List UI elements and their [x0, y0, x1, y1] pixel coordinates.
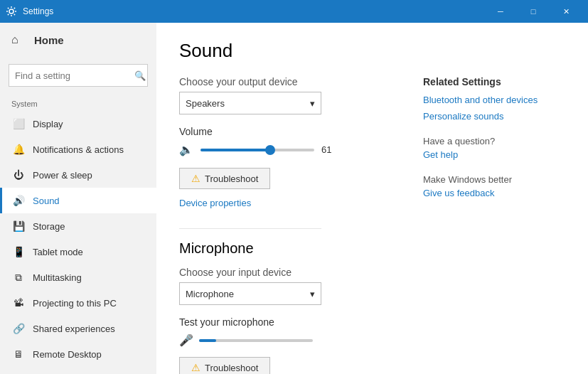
sidebar-item-home[interactable]: ⌂ Home [0, 23, 156, 57]
output-device-dropdown[interactable]: Speakers ▾ [179, 92, 321, 114]
mic-troubleshoot-warn-icon: ⚠ [191, 362, 201, 373]
sidebar-item-remote[interactable]: 🖥 Remote Desktop [0, 341, 156, 367]
titlebar-controls: ─ □ ✕ [484, 0, 582, 23]
microphone-icon: 🎤 [179, 333, 193, 347]
sidebar-item-power[interactable]: ⏻ Power & sleep [0, 162, 156, 188]
svg-point-0 [9, 9, 14, 14]
output-dropdown-arrow: ▾ [310, 98, 315, 109]
shared-icon: 🔗 [11, 323, 26, 334]
titlebar: Settings ─ □ ✕ [0, 0, 588, 23]
sidebar-item-tablet[interactable]: 📱 Tablet mode [0, 239, 156, 265]
sidebar-item-tablet-label: Tablet mode [33, 247, 83, 257]
volume-row: 🔈 61 [179, 143, 409, 156]
storage-icon: 💾 [11, 220, 26, 232]
test-mic-row: 🎤 [179, 333, 409, 347]
mic-troubleshoot-label: Troubleshoot [205, 363, 258, 373]
sidebar-item-sound[interactable]: 🔊 Sound [0, 188, 156, 213]
projecting-icon: 📽 [11, 297, 26, 309]
close-button[interactable]: ✕ [550, 0, 582, 23]
sidebar-item-projecting-label: Projecting to this PC [33, 298, 117, 309]
input-device-value: Microphone [186, 289, 234, 299]
input-section-label: Choose your input device [179, 267, 409, 278]
input-device-dropdown[interactable]: Microphone ▾ [179, 282, 321, 305]
mic-level-fill [199, 339, 216, 342]
sidebar-item-display[interactable]: ⬜ Display [0, 111, 156, 137]
output-section-label: Choose your output device [179, 76, 409, 87]
sidebar-item-projecting[interactable]: 📽 Projecting to this PC [0, 290, 156, 316]
sidebar-item-notifications-label: Notifications & actions [33, 144, 124, 155]
sidebar-item-shared[interactable]: 🔗 Shared experiences [0, 316, 156, 341]
give-feedback-link[interactable]: Give us feedback [423, 188, 565, 198]
maximize-button[interactable]: □ [517, 0, 550, 23]
power-icon: ⏻ [11, 169, 26, 181]
volume-slider[interactable] [201, 149, 314, 151]
output-device-value: Speakers [186, 98, 225, 109]
titlebar-title: Settings [23, 6, 484, 16]
mic-level-track [199, 339, 313, 342]
output-troubleshoot-label: Troubleshoot [205, 173, 258, 184]
sidebar-item-shared-label: Shared experiences [33, 324, 115, 334]
app-body: ⌂ Home 🔍 System ⬜ Display 🔔 Notification… [0, 23, 588, 374]
sidebar-item-display-label: Display [33, 119, 63, 129]
sound-icon: 🔊 [11, 195, 26, 206]
sidebar-item-multitasking-label: Multitasking [33, 272, 82, 283]
home-icon: ⌂ [11, 33, 27, 46]
search-box[interactable]: 🔍 [9, 64, 148, 87]
settings-app-icon [6, 6, 17, 17]
page-title: Sound [179, 40, 565, 62]
multitasking-icon: ⧉ [11, 272, 26, 284]
volume-value: 61 [321, 144, 331, 155]
sidebar-item-power-label: Power & sleep [33, 170, 92, 181]
display-icon: ⬜ [11, 118, 26, 129]
volume-label: Volume [179, 126, 409, 137]
test-mic-label: Test your microphone [179, 316, 409, 328]
sidebar-item-storage-label: Storage [33, 221, 65, 232]
output-device-properties-link[interactable]: Device properties [179, 198, 251, 208]
volume-fill [201, 149, 270, 151]
sidebar-item-about[interactable]: ℹ About [0, 367, 156, 374]
volume-section: Volume 🔈 61 [179, 126, 409, 156]
home-label: Home [34, 34, 64, 46]
notifications-icon: 🔔 [11, 144, 26, 155]
search-wrap: 🔍 [0, 57, 156, 94]
sidebar-item-sound-label: Sound [33, 196, 60, 206]
right-column: Related Settings Bluetooth and other dev… [409, 76, 565, 374]
sidebar-item-storage[interactable]: 💾 Storage [0, 213, 156, 239]
output-troubleshoot-button[interactable]: ⚠ Troubleshoot [179, 168, 270, 189]
search-icon: 🔍 [134, 70, 146, 81]
mic-section-title: Microphone [179, 240, 409, 257]
feedback-label: Make Windows better [423, 174, 565, 185]
system-section-label: System [0, 94, 156, 111]
remote-icon: 🖥 [11, 348, 26, 360]
minimize-button[interactable]: ─ [484, 0, 517, 23]
content-area: Sound Choose your output device Speakers… [156, 23, 588, 374]
troubleshoot-warn-icon: ⚠ [191, 173, 201, 184]
personalize-sounds-link[interactable]: Personalize sounds [423, 111, 565, 122]
make-windows-better-section: Make Windows better Give us feedback [423, 174, 565, 198]
main-column: Choose your output device Speakers ▾ Vol… [179, 76, 409, 374]
volume-thumb[interactable] [265, 145, 275, 155]
related-settings-title: Related Settings [423, 76, 565, 87]
input-dropdown-arrow: ▾ [310, 289, 315, 299]
bluetooth-link[interactable]: Bluetooth and other devices [423, 95, 565, 105]
search-input[interactable] [15, 70, 134, 81]
have-question-label: Have a question? [423, 136, 565, 146]
sidebar-item-multitasking[interactable]: ⧉ Multitasking [0, 265, 156, 290]
have-a-question-section: Have a question? Get help [423, 136, 565, 160]
mic-troubleshoot-button[interactable]: ⚠ Troubleshoot [179, 357, 270, 374]
sidebar-item-remote-label: Remote Desktop [33, 349, 102, 360]
related-settings-section: Related Settings Bluetooth and other dev… [423, 76, 565, 122]
volume-icon: 🔈 [179, 143, 193, 156]
sidebar-item-notifications[interactable]: 🔔 Notifications & actions [0, 137, 156, 162]
get-help-link[interactable]: Get help [423, 149, 565, 160]
content-inner: Choose your output device Speakers ▾ Vol… [179, 76, 565, 374]
sidebar: ⌂ Home 🔍 System ⬜ Display 🔔 Notification… [0, 23, 156, 374]
section-divider [179, 228, 321, 229]
tablet-icon: 📱 [11, 246, 26, 257]
